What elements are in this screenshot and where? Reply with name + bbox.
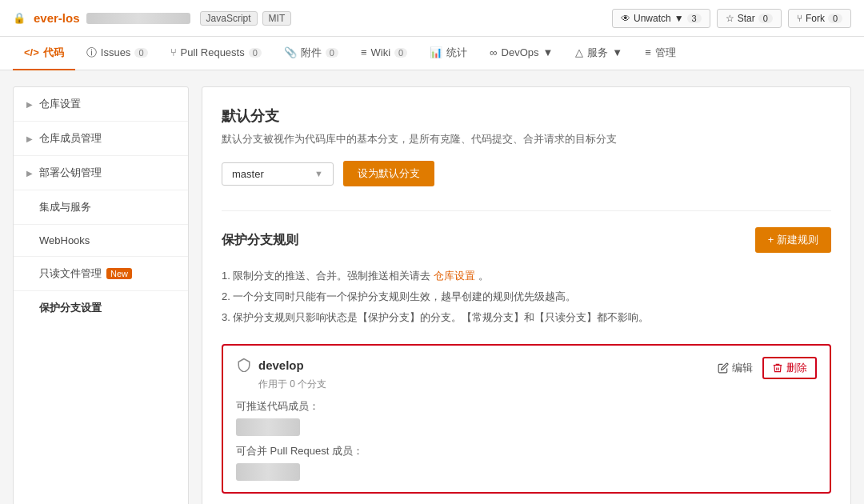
tab-services-label: 服务 xyxy=(587,46,608,60)
merge-member-avatar xyxy=(236,463,300,481)
tab-pull-requests[interactable]: ⑂ Pull Requests 0 xyxy=(159,37,273,70)
tab-devops-label: DevOps xyxy=(502,46,539,58)
sidebar-item-webhooks[interactable]: ▶ WebHooks xyxy=(14,225,188,257)
rules-header: 保护分支规则 + 新建规则 xyxy=(222,227,831,253)
sidebar-item-repo-members[interactable]: ▶ 仓库成员管理 xyxy=(14,122,188,156)
delete-rule-button[interactable]: 删除 xyxy=(762,357,817,379)
default-branch-section: 默认分支 默认分支被视作为代码库中的基本分支，是所有克隆、代码提交、合并请求的目… xyxy=(222,106,831,186)
lock-icon: 🔒 xyxy=(13,12,26,24)
code-icon: </> xyxy=(24,46,39,58)
arrow-icon: ▶ xyxy=(26,134,33,143)
branch-select[interactable]: master ▼ xyxy=(222,162,334,186)
sidebar-item-repo-settings[interactable]: ▶ 仓库设置 xyxy=(14,87,188,122)
lang-badge: JavaScript xyxy=(200,11,258,26)
fork-count: 0 xyxy=(828,14,842,23)
stats-icon: 📊 xyxy=(430,46,442,58)
protection-rules-title: 保护分支规则 xyxy=(222,232,298,249)
star-label: Star xyxy=(738,13,755,24)
tab-code[interactable]: </> 代码 xyxy=(13,37,75,70)
tab-attachments[interactable]: 📎 附件 0 xyxy=(273,37,350,70)
tab-wiki-label: Wiki xyxy=(371,46,391,58)
default-branch-desc: 默认分支被视作为代码库中的基本分支，是所有克隆、代码提交、合并请求的目标分支 xyxy=(222,132,831,146)
dropdown-arrow-icon: ▼ xyxy=(314,169,323,178)
top-actions: 👁 Unwatch ▼ 3 ☆ Star 0 ⑂ Fork 0 xyxy=(612,9,851,28)
tab-code-label: 代码 xyxy=(43,46,64,60)
rule-card-info: develop 作用于 0 个分支 可推送代码成员： 可合并 Pull Requ… xyxy=(236,357,363,481)
issues-icon: ⓘ xyxy=(86,46,97,60)
tab-services[interactable]: △ 服务 ▼ xyxy=(564,37,634,70)
branch-value: master xyxy=(232,168,264,180)
sidebar-label-repo-members: 仓库成员管理 xyxy=(39,131,102,146)
new-rule-button[interactable]: + 新建规则 xyxy=(755,227,831,253)
sidebar-label-deploy-keys: 部署公钥管理 xyxy=(39,166,102,180)
tab-issues-label: Issues xyxy=(101,46,131,58)
set-default-branch-button[interactable]: 设为默认分支 xyxy=(343,161,434,186)
arrow-icon: ▶ xyxy=(26,100,33,109)
tab-manage[interactable]: ≡ 管理 xyxy=(634,37,687,70)
sidebar-item-deploy-keys[interactable]: ▶ 部署公钥管理 xyxy=(14,156,188,190)
rules-description: 1. 限制分支的推送、合并。强制推送相关请去 仓库设置 。 2. 一个分支同时只… xyxy=(222,266,831,328)
devops-icon: ∞ xyxy=(490,46,497,58)
sidebar-label-repo-settings: 仓库设置 xyxy=(39,97,81,111)
star-count: 0 xyxy=(758,14,773,23)
tab-stats[interactable]: 📊 统计 xyxy=(418,37,478,70)
tab-pr-label: Pull Requests xyxy=(181,46,245,58)
pr-icon: ⑂ xyxy=(170,46,177,58)
repo-meta: JavaScript MIT xyxy=(200,11,292,26)
services-icon: △ xyxy=(575,46,583,58)
push-members-label: 可推送代码成员： xyxy=(236,399,363,414)
issues-count: 0 xyxy=(134,48,147,58)
repo-title: 🔒 ever-los xyxy=(13,11,190,25)
content-area: 默认分支 默认分支被视作为代码库中的基本分支，是所有克隆、代码提交、合并请求的目… xyxy=(202,86,851,504)
push-members-section: 可推送代码成员： xyxy=(236,399,363,436)
star-button[interactable]: ☆ Star 0 xyxy=(717,9,782,28)
delete-icon xyxy=(772,362,783,374)
new-badge: New xyxy=(106,268,132,279)
rule-desc-2: 2. 一个分支同时只能有一个保护分支规则生效，越早创建的规则优先级越高。 xyxy=(222,286,831,307)
tab-issues[interactable]: ⓘ Issues 0 xyxy=(75,37,159,70)
arrow-icon: ▶ xyxy=(26,169,33,178)
tab-devops[interactable]: ∞ DevOps ▼ xyxy=(478,37,564,70)
unwatch-count: 3 xyxy=(687,14,702,23)
tab-wiki[interactable]: ≡ Wiki 0 xyxy=(350,37,418,70)
fork-button[interactable]: ⑂ Fork 0 xyxy=(788,9,851,28)
default-branch-title: 默认分支 xyxy=(222,106,831,126)
nav-tabs: </> 代码 ⓘ Issues 0 ⑂ Pull Requests 0 📎 附件… xyxy=(0,37,864,70)
edit-label: 编辑 xyxy=(732,361,753,375)
merge-members-section: 可合并 Pull Request 成员： xyxy=(236,444,363,481)
edit-rule-button[interactable]: 编辑 xyxy=(718,361,753,375)
sidebar-item-integrations[interactable]: ▶ 集成与服务 xyxy=(14,190,188,225)
license-badge: MIT xyxy=(262,11,292,26)
devops-arrow: ▼ xyxy=(542,46,553,58)
tab-stats-label: 统计 xyxy=(446,46,467,60)
sidebar-label-readonly-files: 只读文件管理 xyxy=(39,266,102,281)
wiki-count: 0 xyxy=(394,48,407,58)
sidebar: ▶ 仓库设置 ▶ 仓库成员管理 ▶ 部署公钥管理 ▶ 集成与服务 ▶ WebHo… xyxy=(13,86,189,504)
sidebar-item-branch-protection[interactable]: ▶ 保护分支设置 xyxy=(14,291,188,325)
rule-card-develop: develop 作用于 0 个分支 可推送代码成员： 可合并 Pull Requ… xyxy=(222,344,831,494)
rule-card-actions: 编辑 删除 xyxy=(718,357,817,379)
top-bar: 🔒 ever-los JavaScript MIT 👁 Unwatch ▼ 3 … xyxy=(0,0,864,37)
sidebar-label-integrations: 集成与服务 xyxy=(39,200,91,214)
repo-owner-blurred xyxy=(86,13,190,24)
unwatch-button[interactable]: 👁 Unwatch ▼ 3 xyxy=(612,9,710,28)
pr-count: 0 xyxy=(249,48,262,58)
sidebar-label-branch-protection: 保护分支设置 xyxy=(39,301,102,315)
merge-members-label: 可合并 Pull Request 成员： xyxy=(236,444,363,458)
wiki-icon: ≡ xyxy=(361,46,367,58)
rule-desc-1: 1. 限制分支的推送、合并。强制推送相关请去 仓库设置 。 xyxy=(222,266,831,286)
attach-count: 0 xyxy=(326,48,338,58)
repo-settings-link[interactable]: 仓库设置 xyxy=(434,270,475,282)
fork-icon: ⑂ xyxy=(797,13,802,24)
eye-icon: 👁 xyxy=(621,13,630,24)
delete-label: 删除 xyxy=(786,361,807,375)
unwatch-label: Unwatch xyxy=(634,13,671,24)
shield-icon xyxy=(236,357,252,373)
branch-row: master ▼ 设为默认分支 xyxy=(222,161,831,186)
edit-icon xyxy=(718,362,729,374)
rule-name: develop xyxy=(258,358,304,372)
sidebar-item-readonly-files[interactable]: ▶ 只读文件管理 New xyxy=(14,257,188,291)
attach-icon: 📎 xyxy=(284,46,297,58)
tab-attach-label: 附件 xyxy=(301,46,322,60)
repo-name: ever-los xyxy=(34,11,80,25)
